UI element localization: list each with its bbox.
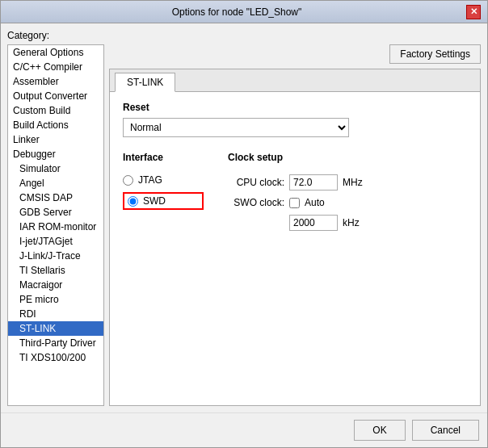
sidebar-item[interactable]: Build Actions: [8, 118, 103, 132]
reset-select[interactable]: NormalSoftwareHardwareNone: [123, 118, 349, 137]
auto-label: Auto: [305, 197, 325, 208]
reset-label: Reset: [123, 102, 467, 113]
right-panel: Factory Settings ST-LINK Reset: [109, 44, 481, 406]
swo-unit-label: kHz: [343, 217, 360, 228]
jtag-radio-row: JTAG: [123, 174, 204, 186]
stlink-tab[interactable]: ST-LINK: [115, 73, 175, 92]
sidebar-item[interactable]: TI XDS100/200: [8, 350, 103, 365]
sidebar-item[interactable]: CMSIS DAP: [8, 191, 103, 205]
sidebar-item[interactable]: I-jet/JTAGjet: [8, 234, 103, 249]
swo-value-row: kHz: [228, 215, 363, 231]
swd-radio[interactable]: [128, 196, 138, 207]
sidebar-item[interactable]: Debugger: [8, 147, 103, 161]
clock-section: Clock setup CPU clock: MHz SWO clock: A: [228, 152, 363, 231]
cpu-clock-label: CPU clock:: [228, 177, 284, 188]
swo-clock-label: SWO clock:: [228, 197, 284, 208]
swo-clock-input[interactable]: [289, 215, 338, 231]
sidebar-item[interactable]: Third-Party Driver: [8, 336, 103, 350]
dialog-body: Category: General OptionsC/C++ CompilerA…: [1, 23, 487, 412]
sidebar-item[interactable]: Angel: [8, 176, 103, 191]
sidebar-item[interactable]: IAR ROM-monitor: [8, 220, 103, 234]
dialog-title: Options for node "LED_Show": [7, 6, 466, 18]
sidebar-item[interactable]: PE micro: [8, 292, 103, 307]
jtag-radio[interactable]: [123, 175, 133, 186]
category-sidebar: General OptionsC/C++ CompilerAssemblerOu…: [7, 44, 104, 406]
sidebar-item[interactable]: Assembler: [8, 74, 103, 89]
sidebar-item[interactable]: RDI: [8, 307, 103, 321]
reset-select-row: NormalSoftwareHardwareNone: [123, 118, 467, 137]
dialog-footer: OK Cancel: [1, 412, 487, 447]
jtag-label: JTAG: [138, 174, 162, 186]
sidebar-item[interactable]: Macraigor: [8, 278, 103, 292]
factory-settings-button[interactable]: Factory Settings: [389, 44, 481, 64]
sidebar-item[interactable]: GDB Server: [8, 205, 103, 220]
interface-section: Interface JTAG SWD: [123, 152, 204, 231]
interface-label: Interface: [123, 152, 204, 163]
tab-content: Reset NormalSoftwareHardwareNone Interfa…: [110, 92, 480, 405]
cpu-unit-label: MHz: [343, 177, 363, 188]
ok-button[interactable]: OK: [354, 420, 405, 441]
sidebar-item[interactable]: ST-LINK: [8, 321, 103, 336]
sidebar-item[interactable]: Simulator: [8, 161, 103, 176]
sidebar-item[interactable]: Linker: [8, 132, 103, 147]
cancel-button[interactable]: Cancel: [412, 420, 479, 441]
main-content: General OptionsC/C++ CompilerAssemblerOu…: [7, 44, 481, 406]
swd-label: SWD: [143, 195, 166, 207]
category-label: Category:: [7, 30, 481, 41]
factory-btn-row: Factory Settings: [109, 44, 481, 64]
cpu-clock-input[interactable]: [289, 174, 338, 191]
sidebar-item[interactable]: J-Link/J-Trace: [8, 249, 103, 263]
cpu-clock-row: CPU clock: MHz: [228, 174, 363, 191]
clock-label: Clock setup: [228, 152, 363, 163]
swd-radio-row: SWD: [123, 192, 204, 210]
tab-bar: ST-LINK: [110, 69, 480, 92]
content-panel: ST-LINK Reset NormalSoftwareHardwareNone: [109, 69, 481, 406]
reset-section: Reset NormalSoftwareHardwareNone: [123, 102, 467, 137]
auto-checkbox[interactable]: [289, 198, 300, 208]
sidebar-item[interactable]: Custom Build: [8, 103, 103, 118]
sidebar-item[interactable]: General Options: [8, 45, 103, 60]
swo-clock-row: SWO clock: Auto: [228, 197, 363, 208]
sidebar-item[interactable]: TI Stellaris: [8, 263, 103, 278]
dialog-window: Options for node "LED_Show" ✕ Category: …: [0, 0, 488, 448]
title-bar: Options for node "LED_Show" ✕: [1, 1, 487, 23]
sidebar-item[interactable]: C/C++ Compiler: [8, 60, 103, 74]
close-button[interactable]: ✕: [466, 5, 481, 19]
sidebar-item[interactable]: Output Converter: [8, 89, 103, 103]
lower-section: Interface JTAG SWD: [123, 152, 467, 231]
